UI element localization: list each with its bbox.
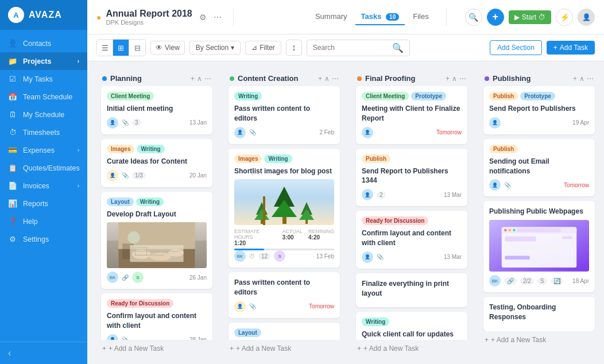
add-col-icon[interactable]: + (191, 75, 195, 83)
more-col-icon[interactable]: ⋯ (332, 75, 339, 83)
sidebar-item-reports[interactable]: 📊Reports (0, 195, 87, 212)
card-title: Send Report to Publishers (489, 104, 589, 114)
task-card[interactable]: PublishSending out Email notifications👤📎… (483, 139, 595, 197)
task-card[interactable]: Finalize everything in print layout (356, 273, 467, 308)
task-card[interactable]: WritingQuick client call for updates👤1/3… (356, 312, 467, 340)
sort-button[interactable]: ↕ (286, 40, 302, 56)
card-tags: Client Meeting (107, 92, 207, 100)
sidebar-item-projects[interactable]: 📁Projects› (0, 52, 87, 70)
bolt-icon-btn[interactable]: ⚡ (556, 9, 573, 26)
add-task-link[interactable]: ++ Add a New Task (96, 340, 217, 357)
task-card[interactable]: Testing, Onboarding Responses (483, 297, 595, 331)
sidebar-item-my_schedule[interactable]: 🗓My Schedule (0, 106, 87, 123)
svg-rect-7 (130, 245, 183, 262)
task-date: 20 Jan (189, 172, 207, 179)
sidebar-collapse-btn[interactable]: ‹ (0, 342, 87, 364)
project-status-dot: ● (96, 13, 101, 22)
task-card[interactable]: Pass written content to editors👤📎Tomorro… (229, 272, 340, 318)
task-card[interactable]: Client MeetingPrototypeMeeting with Clie… (356, 86, 467, 144)
card-tag: Prototype (520, 92, 555, 100)
project-subtitle: DPK Designs (106, 19, 192, 26)
collapse-col-icon[interactable]: ∧ (197, 75, 202, 83)
clock-count: 12 (258, 253, 270, 260)
tab-tasks[interactable]: Tasks 10 (355, 9, 405, 25)
task-card[interactable]: PublishPrototypeSend Report to Publisher… (483, 86, 595, 134)
tab-files[interactable]: Files (407, 9, 434, 25)
task-card[interactable]: ImagesWritingCurate Ideas for Content👤📎1… (101, 139, 212, 187)
task-avatar: 👤 (107, 334, 118, 340)
search-box[interactable]: 🔍 (307, 40, 410, 56)
task-card[interactable]: ImagesWritingShortlist images for blog p… (229, 149, 340, 268)
more-col-icon[interactable]: ⋯ (459, 75, 466, 83)
sidebar-nav: 👤Contacts📁Projects›☑My Tasks📅Team Schedu… (0, 30, 87, 342)
task-avatar: 👤 (489, 117, 501, 129)
svg-rect-22 (505, 256, 530, 260)
collapse-col-icon[interactable]: ∧ (579, 75, 584, 83)
sidebar-item-contacts[interactable]: 👤Contacts (0, 34, 87, 52)
card-tags: Layout (234, 328, 334, 337)
task-card[interactable]: Publishing Public Webpages (483, 201, 595, 292)
add-task-link[interactable]: ++ Add a New Task (351, 340, 472, 357)
sort-icon: ↕ (292, 42, 296, 53)
more-col-icon[interactable]: ⋯ (204, 75, 211, 83)
task-card[interactable]: Ready for DiscussionConfirm layout and c… (101, 293, 212, 340)
search-icon-btn[interactable]: 🔍 (465, 9, 482, 26)
add-task-button[interactable]: + Add Task (547, 41, 595, 55)
nav-label: Invoices (23, 182, 49, 190)
add-task-link[interactable]: ++ Add a New Task (479, 331, 599, 348)
start-button[interactable]: ▶ Start ⏱ (509, 10, 551, 24)
nav-label: Timesheets (23, 129, 60, 137)
task-count: 1/3 (132, 172, 146, 179)
app-name: AVAZA (29, 10, 62, 20)
board-view-btn[interactable]: ⊞ (113, 40, 129, 56)
sidebar-item-settings[interactable]: ⚙Settings (0, 230, 87, 248)
sidebar-item-timesheets[interactable]: ⏱Timesheets (0, 123, 87, 141)
view-label-btn[interactable]: 👁 View (150, 41, 185, 55)
filter-label: Filter (260, 44, 275, 52)
task-card[interactable]: PublishSend Report to Publishers 1344👤21… (356, 149, 467, 207)
filter-button[interactable]: ⊿ Filter (245, 41, 281, 55)
task-card[interactable]: LayoutReceive first drafts from writers👤… (229, 323, 340, 340)
add-icon-btn[interactable]: + (487, 9, 504, 26)
expand-arrow-icon: › (78, 183, 79, 189)
add-col-icon[interactable]: + (318, 75, 322, 83)
sidebar: A AVAZA 👤Contacts📁Projects›☑My Tasks📅Tea… (0, 0, 87, 364)
task-card[interactable]: WritingPass written content to editors👤📎… (229, 86, 340, 144)
tab-summary[interactable]: Summary (309, 9, 353, 25)
add-col-icon[interactable]: + (573, 75, 577, 83)
list-view-btn[interactable]: ☰ (97, 40, 113, 56)
plus-icon: + (102, 344, 106, 353)
card-tags: ImagesWriting (107, 145, 207, 153)
card-footer: 👤📎13 Mar (362, 251, 462, 263)
svg-point-14 (504, 229, 506, 231)
user-avatar[interactable]: 👤 (578, 9, 595, 26)
col-header-content-creation: Content Creation + ∧ ⋯ (224, 68, 344, 86)
sidebar-item-quotes_estimates[interactable]: 📋Quotes/Estimates (0, 159, 87, 177)
sidebar-item-team_schedule[interactable]: 📅Team Schedule (0, 88, 87, 106)
task-card[interactable]: Client MeetingInitial client meeting👤📎31… (101, 86, 212, 134)
sidebar-logo[interactable]: A AVAZA (0, 0, 87, 30)
sidebar-item-invoices[interactable]: 📄Invoices› (0, 177, 87, 195)
collapse-col-icon[interactable]: ∧ (324, 75, 330, 83)
task-date: 19 Apr (572, 119, 589, 126)
table-view-btn[interactable]: ⊟ (129, 40, 145, 56)
more-col-icon[interactable]: ⋯ (587, 75, 594, 83)
project-settings-icon[interactable]: ⚙ (199, 13, 207, 22)
sidebar-item-expenses[interactable]: 💳Expenses› (0, 141, 87, 159)
sidebar-item-help[interactable]: ❓Help (0, 212, 87, 230)
collapse-col-icon[interactable]: ∧ (452, 75, 457, 83)
project-more-icon[interactable]: ⋯ (214, 13, 222, 22)
add-task-link[interactable]: ++ Add a New Task (224, 340, 344, 357)
attachment-icon: 📎 (377, 254, 384, 260)
section-selector[interactable]: By Section ▾ (189, 41, 241, 55)
task-card[interactable]: Ready for DiscussionConfirm layout and c… (356, 211, 467, 269)
sidebar-item-my_tasks[interactable]: ☑My Tasks (0, 70, 87, 88)
col-dot (230, 76, 234, 81)
nav-label: Team Schedule (23, 93, 72, 101)
svg-rect-24 (562, 237, 572, 239)
add-col-icon[interactable]: + (446, 75, 450, 83)
task-card[interactable]: LayoutWritingDevelop Draft Layout (101, 192, 212, 289)
add-section-button[interactable]: Add Section (490, 40, 542, 55)
search-input[interactable] (313, 44, 389, 52)
col-header-planning: Planning + ∧ ⋯ (96, 68, 217, 86)
